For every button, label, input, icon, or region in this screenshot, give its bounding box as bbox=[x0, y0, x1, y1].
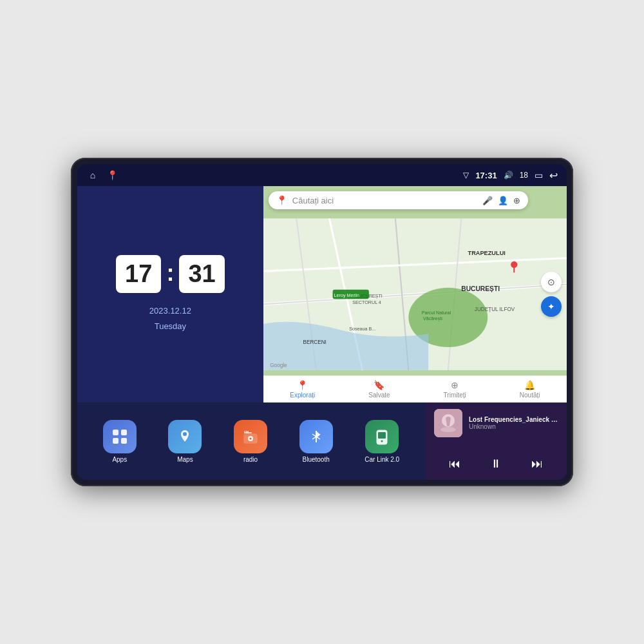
map-search-icons: 🎤 👤 ⊕ bbox=[482, 196, 520, 205]
carlink-icon bbox=[365, 420, 399, 453]
screen: ⌂ 📍 ▽ 17:31 🔊 18 ▭ ↩ 17 : bbox=[77, 164, 567, 480]
bluetooth-label: Bluetooth bbox=[302, 456, 329, 463]
map-search-bar[interactable]: 📍 Căutați aici 🎤 👤 ⊕ bbox=[269, 191, 528, 209]
carlink-label: Car Link 2.0 bbox=[365, 456, 399, 463]
music-play-pause-button[interactable]: ⏸ bbox=[490, 457, 502, 471]
map-compass-btn[interactable]: ✦ bbox=[541, 296, 562, 317]
map-controls: ⊙ ✦ bbox=[541, 272, 562, 317]
clock-hour: 17 bbox=[116, 255, 161, 293]
music-artist: Unknown bbox=[469, 423, 558, 430]
map-layers-icon[interactable]: ⊕ bbox=[513, 196, 520, 205]
svg-text:BERCENI: BERCENI bbox=[303, 339, 326, 345]
radio-icon: FM bbox=[234, 420, 267, 453]
svg-text:Văcărești: Văcărești bbox=[423, 316, 442, 321]
music-title: Lost Frequencies_Janieck Devy-... bbox=[469, 416, 558, 423]
map-panel[interactable]: TRAPEZULUI BUCUREȘTI JUDEȚUL ILFOV BERCE… bbox=[263, 186, 567, 402]
car-head-unit: ⌂ 📍 ▽ 17:31 🔊 18 ▭ ↩ 17 : bbox=[71, 158, 573, 486]
clock-minute: 31 bbox=[179, 255, 224, 293]
svg-rect-26 bbox=[121, 438, 127, 444]
map-search-pin-icon: 📍 bbox=[276, 195, 287, 205]
explore-icon: 📍 bbox=[297, 380, 308, 390]
music-meta: Lost Frequencies_Janieck Devy-... Unknow… bbox=[469, 416, 558, 430]
clock-date: 2023.12.12 Tuesday bbox=[149, 303, 191, 334]
map-location-btn[interactable]: ⊙ bbox=[541, 272, 562, 292]
svg-point-21 bbox=[511, 261, 517, 268]
svg-point-38 bbox=[381, 440, 383, 442]
bluetooth-icon-wrap bbox=[299, 420, 333, 453]
music-info: Lost Frequencies_Janieck Devy-... Unknow… bbox=[434, 409, 558, 437]
svg-text:TRAPEZULUI: TRAPEZULUI bbox=[468, 250, 505, 256]
svg-text:Leroy Merlin: Leroy Merlin bbox=[334, 293, 359, 298]
svg-text:SECTORUL 4: SECTORUL 4 bbox=[352, 300, 381, 305]
clock-display: 17 : 31 bbox=[116, 255, 225, 293]
home-icon[interactable]: ⌂ bbox=[86, 169, 99, 182]
radio-label: radio bbox=[243, 456, 258, 463]
map-nav-share[interactable]: ⊕ Trimiteți bbox=[444, 380, 466, 399]
main-content: 17 : 31 2023.12.12 Tuesday bbox=[77, 186, 567, 480]
svg-text:Parcul Natural: Parcul Natural bbox=[422, 310, 451, 316]
svg-point-30 bbox=[250, 437, 252, 439]
svg-point-41 bbox=[440, 427, 456, 432]
map-nav-saved[interactable]: 🔖 Salvate bbox=[368, 380, 390, 399]
back-icon[interactable]: ↩ bbox=[549, 169, 558, 182]
nav-down-icon: ▽ bbox=[463, 171, 469, 180]
app-item-maps[interactable]: Maps bbox=[168, 420, 202, 463]
app-item-carlink[interactable]: Car Link 2.0 bbox=[365, 420, 399, 463]
music-next-button[interactable]: ⏭ bbox=[531, 457, 543, 471]
svg-text:Soseaua B...: Soseaua B... bbox=[349, 327, 375, 332]
map-bottom-nav: 📍 Explorați 🔖 Salvate ⊕ Trimiteți 🔔 bbox=[263, 375, 567, 402]
svg-text:FM: FM bbox=[244, 430, 249, 434]
app-item-apps[interactable]: Apps bbox=[103, 420, 137, 463]
top-section: 17 : 31 2023.12.12 Tuesday bbox=[77, 186, 567, 402]
music-panel: Lost Frequencies_Janieck Devy-... Unknow… bbox=[425, 402, 567, 480]
clock-colon: : bbox=[166, 260, 174, 287]
svg-text:Google: Google bbox=[270, 363, 287, 368]
volume-icon: 🔊 bbox=[504, 171, 513, 180]
svg-text:BUCUREȘTI: BUCUREȘTI bbox=[461, 285, 500, 292]
status-bar: ⌂ 📍 ▽ 17:31 🔊 18 ▭ ↩ bbox=[77, 164, 567, 186]
maps-icon bbox=[168, 420, 202, 453]
music-thumbnail bbox=[434, 409, 462, 437]
signal-value: 18 bbox=[520, 171, 528, 180]
music-controls: ⏮ ⏸ ⏭ bbox=[434, 455, 558, 473]
svg-rect-37 bbox=[378, 432, 386, 439]
news-icon: 🔔 bbox=[524, 380, 535, 390]
clock-panel: 17 : 31 2023.12.12 Tuesday bbox=[77, 186, 263, 402]
map-search-placeholder: Căutați aici bbox=[292, 196, 477, 205]
apps-row: Apps Maps bbox=[77, 402, 425, 480]
status-time: 17:31 bbox=[475, 171, 497, 180]
app-item-radio[interactable]: FM radio bbox=[234, 420, 267, 463]
svg-rect-23 bbox=[113, 430, 118, 435]
svg-text:JUDEȚUL ILFOV: JUDEȚUL ILFOV bbox=[475, 307, 515, 312]
map-account-icon[interactable]: 👤 bbox=[498, 196, 508, 205]
svg-rect-25 bbox=[113, 438, 118, 444]
maps-label: Maps bbox=[177, 456, 193, 463]
apps-icon bbox=[103, 420, 137, 453]
svg-rect-24 bbox=[121, 430, 127, 435]
apps-label: Apps bbox=[112, 456, 127, 463]
maps-nav-icon[interactable]: 📍 bbox=[106, 169, 118, 182]
battery-icon: ▭ bbox=[535, 170, 543, 180]
map-nav-explore[interactable]: 📍 Explorați bbox=[290, 380, 315, 399]
svg-point-27 bbox=[183, 432, 187, 436]
music-prev-button[interactable]: ⏮ bbox=[449, 457, 460, 471]
bottom-section: Apps Maps bbox=[77, 402, 567, 480]
map-background: TRAPEZULUI BUCUREȘTI JUDEȚUL ILFOV BERCE… bbox=[263, 186, 567, 402]
status-left-icons: ⌂ 📍 bbox=[86, 169, 118, 182]
status-right-info: ▽ 17:31 🔊 18 ▭ ↩ bbox=[463, 169, 558, 182]
map-nav-news[interactable]: 🔔 Noutăți bbox=[520, 380, 540, 399]
saved-icon: 🔖 bbox=[374, 380, 384, 390]
map-voice-icon[interactable]: 🎤 bbox=[482, 196, 493, 205]
share-icon: ⊕ bbox=[451, 380, 459, 390]
app-item-bluetooth[interactable]: Bluetooth bbox=[299, 420, 333, 463]
